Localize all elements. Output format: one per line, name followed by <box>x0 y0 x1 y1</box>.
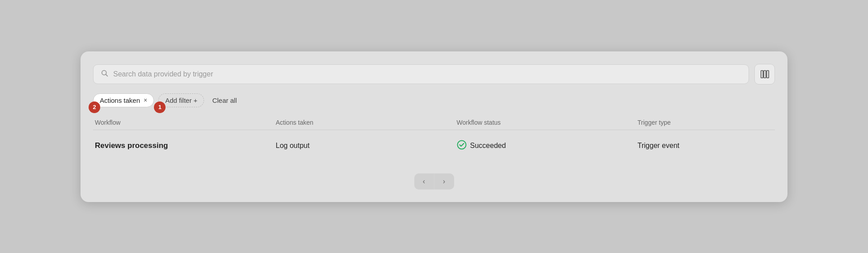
annotation-badge-1: 1 <box>154 101 166 113</box>
pagination-row: ‹ › <box>93 170 775 190</box>
search-row: Search data provided by trigger <box>93 64 775 84</box>
add-filter-wrapper: Add filter + 1 <box>158 93 204 107</box>
columns-button[interactable] <box>754 64 775 84</box>
svg-rect-3 <box>764 70 766 78</box>
prev-page-button[interactable]: ‹ <box>414 173 434 190</box>
col-header-workflow-status: Workflow status <box>457 119 638 126</box>
main-container: Search data provided by trigger Actions … <box>81 51 787 202</box>
add-filter-label: Add filter + <box>165 97 197 104</box>
svg-rect-2 <box>761 70 763 78</box>
table-section: Workflow Actions taken Workflow status T… <box>93 115 775 160</box>
cell-trigger-type: Trigger event <box>638 142 773 150</box>
columns-icon <box>760 69 770 79</box>
table-row: Reviews processing Log output Succeeded … <box>93 132 775 160</box>
svg-line-1 <box>106 74 107 76</box>
filter-row-wrapper: Actions taken × 2 Add filter + 1 Clear a… <box>93 93 775 107</box>
success-check-icon <box>457 140 467 152</box>
search-bar[interactable]: Search data provided by trigger <box>93 64 749 84</box>
svg-rect-4 <box>767 70 769 78</box>
filter-row: Actions taken × 2 Add filter + 1 Clear a… <box>93 93 775 107</box>
col-header-actions-taken: Actions taken <box>276 119 456 126</box>
cell-workflow: Reviews processing <box>95 141 276 150</box>
filter-chip-label: Actions taken <box>100 97 140 104</box>
active-filter-wrapper: Actions taken × 2 <box>93 93 154 107</box>
cell-actions-taken: Log output <box>276 142 456 150</box>
annotation-badge-2: 2 <box>89 101 100 113</box>
col-header-trigger-type: Trigger type <box>638 119 773 126</box>
col-header-workflow: Workflow <box>95 119 276 126</box>
actions-taken-filter-chip[interactable]: Actions taken × <box>93 93 154 107</box>
filter-chip-close[interactable]: × <box>144 97 147 104</box>
status-text: Succeeded <box>470 142 506 150</box>
add-filter-chip[interactable]: Add filter + <box>158 93 204 107</box>
search-placeholder: Search data provided by trigger <box>113 70 213 78</box>
cell-workflow-status: Succeeded <box>457 140 638 152</box>
clear-all-button[interactable]: Clear all <box>208 94 240 107</box>
table-header-row: Workflow Actions taken Workflow status T… <box>93 115 775 130</box>
search-icon <box>101 69 109 79</box>
pagination-controls: ‹ › <box>414 173 454 190</box>
next-page-button[interactable]: › <box>434 173 454 190</box>
